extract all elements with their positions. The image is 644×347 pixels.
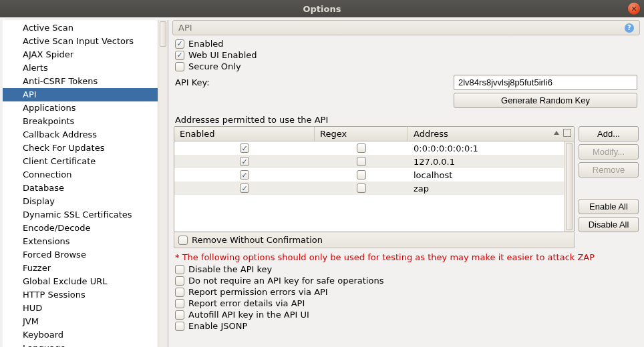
sidebar-item[interactable]: Fuzzer: [3, 262, 158, 275]
col-enabled[interactable]: Enabled: [174, 127, 315, 141]
danger-option-label: Autofill API key in the API UI: [188, 310, 309, 320]
enabled-label: Enabled: [188, 39, 224, 49]
panel-title: API: [178, 23, 192, 33]
sidebar-item[interactable]: JVM: [3, 315, 158, 328]
row-regex-checkbox[interactable]: [357, 170, 366, 180]
sidebar-item[interactable]: Database: [3, 182, 158, 195]
table-row[interactable]: 127.0.0.1: [174, 155, 564, 168]
scrollbar-thumb[interactable]: [160, 21, 166, 47]
sidebar-item[interactable]: Display: [3, 195, 158, 208]
column-picker-icon[interactable]: [563, 129, 571, 137]
danger-option-label: Report permission errors via API: [188, 287, 328, 297]
danger-option-checkbox[interactable]: [175, 322, 184, 331]
sort-asc-icon: [554, 131, 559, 135]
sidebar-item[interactable]: Callback Address: [3, 128, 158, 141]
main-panel: API ? Enabled Web UI Enabled Secure Only…: [168, 17, 644, 347]
table-scrollbar[interactable]: [564, 141, 574, 232]
sidebar-item[interactable]: Alerts: [3, 61, 158, 75]
warning-text: * The following options should only be u…: [172, 248, 640, 264]
danger-option-checkbox[interactable]: [175, 310, 184, 320]
scrollbar-thumb[interactable]: [566, 143, 573, 230]
sidebar-item[interactable]: Active Scan Input Vectors: [3, 35, 158, 48]
sidebar-item[interactable]: API: [3, 88, 158, 101]
title-bar: Options ✕: [0, 0, 644, 17]
row-enabled-checkbox[interactable]: [240, 184, 249, 193]
remove-noconfirm-label: Remove Without Confirmation: [192, 235, 323, 245]
danger-option-checkbox[interactable]: [175, 265, 184, 274]
col-address[interactable]: Address: [408, 127, 574, 141]
webui-label: Web UI Enabled: [188, 50, 257, 60]
sidebar-item[interactable]: Client Certificate: [3, 155, 158, 168]
sidebar-scrollbar[interactable]: [158, 20, 168, 347]
sidebar: Active ScanActive Scan Input VectorsAJAX…: [3, 20, 158, 347]
help-icon[interactable]: ?: [625, 23, 634, 33]
panel-header: API ?: [172, 20, 640, 35]
sidebar-item[interactable]: Applications: [3, 101, 158, 115]
api-key-label: API Key:: [175, 77, 210, 87]
disable-all-button[interactable]: Disable All: [579, 217, 639, 232]
row-address: 127.0.0.1: [408, 157, 564, 167]
addresses-table: Enabled Regex Address 0:0:0:0:0:0:0:1127…: [174, 126, 575, 232]
remove-noconfirm-checkbox[interactable]: [178, 236, 188, 245]
modify-button[interactable]: Modify...: [579, 144, 639, 159]
remove-button[interactable]: Remove: [579, 162, 639, 178]
window-title: Options: [303, 4, 341, 14]
webui-checkbox[interactable]: [175, 51, 184, 60]
table-row[interactable]: 0:0:0:0:0:0:0:1: [174, 141, 564, 155]
sidebar-item[interactable]: Breakpoints: [3, 115, 158, 128]
table-body: 0:0:0:0:0:0:0:1127.0.0.1localhostzap: [174, 141, 564, 232]
row-address: 0:0:0:0:0:0:0:1: [408, 143, 564, 153]
addresses-label: Addresses permitted to use the API: [172, 111, 640, 126]
sidebar-item[interactable]: Active Scan: [3, 21, 158, 35]
enable-all-button[interactable]: Enable All: [579, 199, 639, 214]
table-row[interactable]: localhost: [174, 168, 564, 182]
generate-key-button[interactable]: Generate Random Key: [454, 93, 637, 108]
danger-option-checkbox[interactable]: [175, 288, 184, 297]
sidebar-item[interactable]: HTTP Sessions: [3, 288, 158, 302]
sidebar-item[interactable]: Check For Updates: [3, 141, 158, 155]
sidebar-item[interactable]: Global Exclude URL: [3, 275, 158, 288]
table-side-buttons: Add... Modify... Remove Enable All Disab…: [579, 126, 639, 232]
danger-option-label: Report error details via API: [188, 298, 305, 308]
table-header: Enabled Regex Address: [174, 127, 574, 141]
sidebar-item[interactable]: HUD: [3, 302, 158, 315]
row-regex-checkbox[interactable]: [357, 184, 366, 193]
sidebar-item[interactable]: Anti-CSRF Tokens: [3, 75, 158, 88]
row-address: localhost: [408, 170, 564, 180]
danger-option-checkbox[interactable]: [175, 299, 184, 308]
row-enabled-checkbox[interactable]: [240, 157, 249, 166]
add-button[interactable]: Add...: [579, 126, 639, 141]
enabled-checkbox[interactable]: [175, 39, 184, 49]
danger-option-label: Do not require an API key for safe opera…: [188, 276, 383, 286]
row-enabled-checkbox[interactable]: [240, 143, 249, 153]
secure-label: Secure Only: [188, 61, 241, 71]
secure-checkbox[interactable]: [175, 62, 184, 71]
danger-option-label: Disable the API key: [188, 264, 272, 274]
sidebar-item[interactable]: Language: [3, 342, 158, 347]
col-regex[interactable]: Regex: [315, 127, 408, 141]
row-enabled-checkbox[interactable]: [240, 170, 249, 180]
row-regex-checkbox[interactable]: [357, 157, 366, 166]
sidebar-item[interactable]: Connection: [3, 168, 158, 182]
sidebar-item[interactable]: AJAX Spider: [3, 48, 158, 61]
row-regex-checkbox[interactable]: [357, 143, 366, 153]
sidebar-item[interactable]: Extensions: [3, 235, 158, 248]
api-key-input[interactable]: [454, 75, 637, 90]
danger-option-label: Enable JSONP: [188, 321, 247, 331]
content: Active ScanActive Scan Input VectorsAJAX…: [0, 17, 644, 347]
table-row[interactable]: zap: [174, 182, 564, 195]
row-address: zap: [408, 184, 564, 194]
close-icon[interactable]: ✕: [628, 3, 640, 15]
sidebar-item[interactable]: Encode/Decode: [3, 222, 158, 235]
danger-option-checkbox[interactable]: [175, 276, 184, 286]
sidebar-item[interactable]: Dynamic SSL Certificates: [3, 208, 158, 222]
sidebar-item[interactable]: Keyboard: [3, 328, 158, 342]
sidebar-item[interactable]: Forced Browse: [3, 248, 158, 262]
sidebar-container: Active ScanActive Scan Input VectorsAJAX…: [3, 20, 168, 347]
